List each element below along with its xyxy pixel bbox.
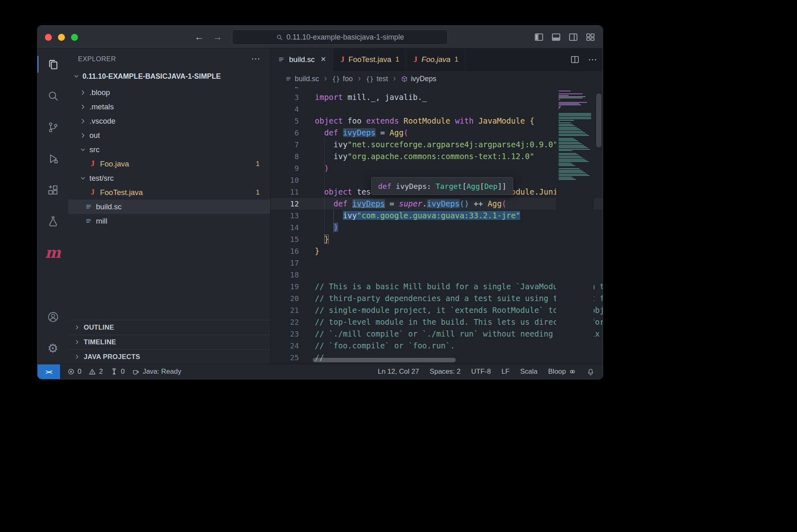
indentation-setting[interactable]: Spaces: 2 xyxy=(430,368,461,376)
activity-accounts[interactable] xyxy=(38,301,68,332)
tab-footest-java[interactable]: JFooTest.java1 xyxy=(333,49,406,70)
code-line-16[interactable]: 16} xyxy=(271,245,603,257)
bsp-indicator[interactable]: Bloop xyxy=(548,368,576,376)
code-line-5[interactable]: 5object foo extends RootModule with Java… xyxy=(271,115,603,127)
split-editor-icon[interactable] xyxy=(570,55,580,64)
code-line-8[interactable]: 8 ivy"org.apache.commons:commons-text:1.… xyxy=(271,151,603,162)
toggle-secondary-sidebar-icon[interactable] xyxy=(568,31,579,43)
code-line-21[interactable]: 21// single-module project, it `extends … xyxy=(271,304,603,316)
explorer-item-out[interactable]: out xyxy=(68,128,270,142)
explorer-item-build-sc[interactable]: build.sc xyxy=(68,200,270,214)
explorer-more-actions-icon[interactable]: ⋯ xyxy=(251,53,260,64)
explorer-item--vscode[interactable]: .vscode xyxy=(68,114,270,128)
chevron-right-icon xyxy=(356,76,362,82)
line-number: 22 xyxy=(271,316,299,328)
tab-bar: build.sc✕JFooTest.java1JFoo.java1 ⋯ xyxy=(271,49,603,71)
command-center-search[interactable]: 0.11.10-example-basicjava-1-simple xyxy=(232,29,448,45)
explorer-item-mill[interactable]: mill xyxy=(68,214,270,228)
explorer-root-folder[interactable]: 0.11.10-EXAMPLE-BASICJAVA-1-SIMPLE xyxy=(68,69,270,84)
section-timeline[interactable]: TIMELINE xyxy=(68,335,270,349)
explorer-item-footest-java[interactable]: JFooTest.java1 xyxy=(68,185,270,200)
line-number: 18 xyxy=(271,269,299,281)
breadcrumb-item-ivydeps[interactable]: ivyDeps xyxy=(401,75,436,83)
window-minimize-button[interactable] xyxy=(58,34,65,41)
activity-mill[interactable]: m xyxy=(38,237,68,268)
encoding-setting[interactable]: UTF-8 xyxy=(471,368,491,376)
rings-icon xyxy=(569,368,576,375)
minimap[interactable] xyxy=(556,87,594,364)
language-mode[interactable]: Scala xyxy=(520,368,538,376)
breadcrumb-item-test[interactable]: {}test xyxy=(366,75,388,83)
toggle-panel-icon[interactable] xyxy=(550,31,562,43)
history-nav: ← → xyxy=(194,26,222,48)
cursor-position[interactable]: Ln 12, Col 27 xyxy=(378,368,419,376)
customize-layout-icon[interactable] xyxy=(585,31,596,43)
java-status[interactable]: Java: Ready xyxy=(132,368,181,376)
activity-settings[interactable]: ⚙ xyxy=(38,332,68,364)
code-line-14[interactable]: 14 ) xyxy=(271,222,603,233)
minimap-line xyxy=(559,134,587,135)
forward-button[interactable]: → xyxy=(213,32,222,42)
code-line-3[interactable]: 3import mill._, javalib._ xyxy=(271,91,603,103)
code-line-22[interactable]: 22// top-level module in the build. This… xyxy=(271,316,603,328)
remote-indicator[interactable]: >< xyxy=(38,364,60,379)
close-icon[interactable]: ✕ xyxy=(321,55,326,64)
activity-explorer[interactable] xyxy=(38,49,68,80)
code-line-15[interactable]: 15 } xyxy=(271,233,603,245)
activity-run-debug[interactable] xyxy=(38,143,68,174)
activity-testing[interactable] xyxy=(38,206,68,237)
eol-setting[interactable]: LF xyxy=(501,368,510,376)
code-line-17[interactable]: 17 xyxy=(271,257,603,269)
ports-indicator[interactable]: 0 xyxy=(110,368,125,376)
code-line-18[interactable]: 18 xyxy=(271,269,603,281)
editor-more-actions-icon[interactable]: ⋯ xyxy=(588,54,597,65)
back-button[interactable]: ← xyxy=(194,32,204,42)
token: } xyxy=(315,246,319,255)
layout-controls xyxy=(533,26,596,48)
code-line-4[interactable]: 4 xyxy=(271,103,603,115)
minimap-line xyxy=(559,128,579,129)
code-line-13[interactable]: 13 ivy"com.google.guava:guava:33.2.1-jre… xyxy=(271,210,603,222)
activity-search[interactable] xyxy=(38,80,68,111)
section-java-projects[interactable]: JAVA PROJECTS xyxy=(68,349,270,364)
file-label: out xyxy=(89,131,100,140)
token: with xyxy=(455,116,474,125)
code-line-20[interactable]: 20// third-party dependencies and a test… xyxy=(271,293,603,304)
token xyxy=(315,235,324,244)
explorer-item--bloop[interactable]: .bloop xyxy=(68,85,270,100)
code-line-19[interactable]: 19// This is a basic Mill build for a si… xyxy=(271,281,603,293)
code-line-2[interactable]: 2 xyxy=(271,87,603,91)
tab-label: build.sc xyxy=(289,55,315,64)
tab-build-sc[interactable]: build.sc✕ xyxy=(271,49,333,70)
explorer-item-test-src[interactable]: test/src xyxy=(68,171,270,185)
minimap-line xyxy=(559,164,573,165)
braces-icon: {} xyxy=(332,75,340,83)
sidebar-sections: OUTLINE TIMELINE JAVA PROJECTS xyxy=(68,320,270,364)
horizontal-scrollbar[interactable] xyxy=(313,358,456,362)
code-line-24[interactable]: 24// `foo.compile` or `foo.run`. xyxy=(271,340,603,352)
code-line-6[interactable]: 6 def ivyDeps = Agg( xyxy=(271,127,603,139)
workspace-title: 0.11.10-example-basicjava-1-simple xyxy=(287,33,404,42)
breadcrumb-item-build-sc[interactable]: build.sc xyxy=(285,75,319,83)
vertical-scrollbar[interactable] xyxy=(596,93,601,147)
breadcrumb-item-foo[interactable]: {}foo xyxy=(332,75,353,83)
activity-extensions[interactable] xyxy=(38,174,68,206)
notifications-bell[interactable] xyxy=(587,368,594,376)
tab-foo-java[interactable]: JFoo.java1 xyxy=(406,49,465,70)
problems-indicator[interactable]: 0 2 xyxy=(67,368,103,376)
code-line-23[interactable]: 23// `./mill compile` or `./mill run` wi… xyxy=(271,328,603,340)
window-zoom-button[interactable] xyxy=(71,34,78,41)
section-outline[interactable]: OUTLINE xyxy=(68,320,270,335)
toggle-sidebar-icon[interactable] xyxy=(533,31,545,43)
window-close-button[interactable] xyxy=(45,34,52,41)
explorer-item-foo-java[interactable]: JFoo.java1 xyxy=(68,157,270,171)
activity-source-control[interactable] xyxy=(38,111,68,143)
code-editor[interactable]: 23import mill._, javalib._45object foo e… xyxy=(271,87,603,364)
explorer-item--metals[interactable]: .metals xyxy=(68,100,270,114)
code-line-9[interactable]: 9 ) xyxy=(271,162,603,174)
code-line-7[interactable]: 7 ivy"net.sourceforge.argparse4j:argpars… xyxy=(271,139,603,151)
code-line-12[interactable]: 12 def ivyDeps = super.ivyDeps() ++ Agg( xyxy=(271,198,603,210)
explorer-item-src[interactable]: src xyxy=(68,142,270,157)
minimap-line xyxy=(559,121,560,122)
desktop-background: ← → 0.11.10-example-basicjava-1-simple xyxy=(0,0,797,532)
